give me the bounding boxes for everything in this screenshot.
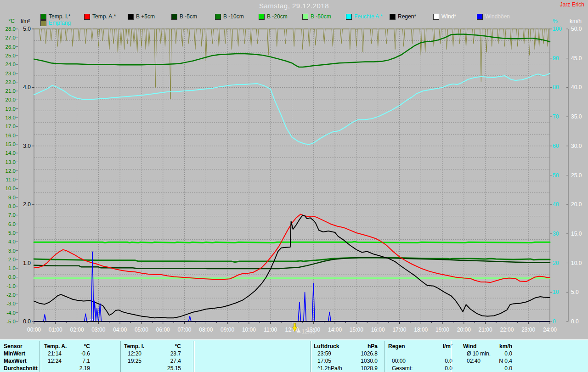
stats-bar: SensorMinWertMaxWertDurchschnittTemp. A.… xyxy=(0,339,588,372)
time-axis-label: 07:00 xyxy=(178,327,192,333)
wind-axis-tick-label: 5.0 xyxy=(571,289,579,295)
temp-axis-tick-label: -3.0 xyxy=(6,301,16,306)
stats-measure-value: 1026.8 xyxy=(361,350,378,357)
time-axis-label: 21:00 xyxy=(479,327,492,333)
temp-axis-tick-label: 11.0 xyxy=(6,177,16,182)
stats-time-value: ^1.2hPa/h xyxy=(317,365,342,372)
humidity-axis-header: % xyxy=(553,18,558,24)
stats-measure-value: 27.4 xyxy=(170,358,181,364)
humidity-axis-tick-label: 40 xyxy=(553,201,559,208)
rain-axis-tick-label: 4.0 xyxy=(23,84,31,90)
time-axis-label: 11:00 xyxy=(264,327,277,333)
time-axis-label: 10:00 xyxy=(242,327,256,333)
humidity-axis-tick-label: 70 xyxy=(553,113,559,120)
stats-measure-value: 25.15 xyxy=(167,365,181,372)
time-axis-label: 02:00 xyxy=(70,327,84,333)
stats-column-unit: °C xyxy=(175,343,181,349)
marker-time-label: 12:09 xyxy=(302,328,316,335)
temp-axis-tick-label: 9.0 xyxy=(8,195,16,200)
stats-separator xyxy=(40,341,41,372)
stats-separator xyxy=(384,341,386,372)
temp-axis-tick-label: 28.0 xyxy=(6,26,16,32)
stats-measure-value: 0.0 xyxy=(504,365,512,372)
temp-axis-tick-label: 5.0 xyxy=(8,230,16,236)
rain-axis-tick-label: 0.0 xyxy=(23,318,31,325)
humidity-axis-tick-label: 100 xyxy=(553,26,562,32)
temp-axis-tick-label: 16.0 xyxy=(6,133,16,138)
stats-separator xyxy=(193,341,195,372)
stats-time-value: 19:25 xyxy=(128,358,141,364)
temp-axis-tick-label: 8.0 xyxy=(8,203,16,209)
stats-time-value: Ø 10 min. xyxy=(467,350,491,357)
time-axis-label: 23:00 xyxy=(521,327,535,333)
temp-axis-tick-label: -2.0 xyxy=(6,292,16,298)
temp-axis-tick-label: 23.0 xyxy=(6,71,16,76)
wind-axis-tick-label: 50.0 xyxy=(571,26,582,32)
time-axis-label: 20:00 xyxy=(457,327,471,333)
wind-axis-tick-label: 40.0 xyxy=(571,84,582,90)
stats-measure-value: 0.0 xyxy=(504,350,512,357)
stats-time-value: 21:14 xyxy=(48,350,62,357)
rain-axis-header: l/m² xyxy=(21,18,30,24)
stats-measure-value: -0.6 xyxy=(80,350,90,357)
temp-axis-tick-label: 26.0 xyxy=(6,44,16,50)
rain-axis-tick-label: 2.0 xyxy=(23,201,31,208)
time-axis-label: 03:00 xyxy=(91,327,105,333)
time-axis-label: 22:00 xyxy=(500,327,514,333)
stats-time-value: 12:24 xyxy=(48,358,62,364)
humidity-axis-tick-label: 30 xyxy=(553,231,559,237)
stats-column-name: Wind xyxy=(463,343,476,349)
stats-column-unit: °C xyxy=(84,343,90,349)
weather-chart-plot[interactable]: 28.027.026.025.024.023.022.021.020.019.0… xyxy=(0,0,588,339)
temp-axis-tick-label: 15.0 xyxy=(6,141,16,147)
temp-axis-tick-label: -1.0 xyxy=(6,283,16,289)
series-b-20cm xyxy=(34,242,550,242)
stats-time-value: 17:05 xyxy=(317,358,331,364)
time-axis-label: 16:00 xyxy=(371,327,385,333)
stats-row-label: Durchschnitt xyxy=(4,365,38,372)
wind-axis-tick-label: 10.0 xyxy=(571,260,582,266)
time-axis-label: 09:00 xyxy=(220,327,234,333)
wind-axis-header: km/h xyxy=(570,18,582,24)
series-b-10cm xyxy=(34,258,550,262)
time-axis-label: 06:00 xyxy=(156,327,170,333)
wind-axis-tick-label: 30.0 xyxy=(571,143,582,149)
stats-column-name: Temp. A. xyxy=(44,343,67,349)
rain-axis-tick-label: 5.0 xyxy=(23,26,31,32)
stats-time-value: 12:20 xyxy=(128,350,141,357)
temp-axis-header: °C xyxy=(9,18,15,24)
time-axis-label: 00:00 xyxy=(27,327,41,333)
temp-axis-tick-label: -5.0 xyxy=(6,319,16,324)
rain-axis-tick-label: 1.0 xyxy=(23,260,31,266)
stats-column-name: Regen xyxy=(388,343,405,349)
temp-axis-tick-label: 4.0 xyxy=(8,239,16,244)
stats-row-label: MinWert xyxy=(4,350,25,357)
stats-time-value: 00:00 xyxy=(392,358,406,364)
temp-axis-tick-label: 18.0 xyxy=(6,115,16,120)
wind-axis-tick-label: 45.0 xyxy=(571,55,582,62)
temp-axis-tick-label: 27.0 xyxy=(6,35,16,40)
temp-axis-tick-label: 22.0 xyxy=(6,79,16,85)
time-cursor-marker[interactable]: 12:09 xyxy=(293,323,316,335)
time-axis-label: 24:00 xyxy=(543,327,557,333)
wind-axis-tick-label: 20.0 xyxy=(571,201,582,208)
stats-time-value: 23:59 xyxy=(317,350,331,357)
humidity-axis-tick-label: 80 xyxy=(553,84,559,90)
stats-time-value: 02:40 xyxy=(467,358,481,364)
temp-axis-tick-label: 7.0 xyxy=(8,212,16,218)
stats-separator xyxy=(310,341,312,372)
time-axis-label: 18:00 xyxy=(414,327,428,333)
humidity-axis-tick-label: 0 xyxy=(553,318,556,325)
stats-time-value: Gesamt: xyxy=(392,365,413,372)
time-axis-label: 04:00 xyxy=(113,327,127,333)
humidity-axis-tick-label: 90 xyxy=(553,55,559,62)
temp-axis-tick-label: 3.0 xyxy=(8,248,16,254)
temp-axis-tick-label: 20.0 xyxy=(6,97,16,102)
temp-axis-tick-label: 17.0 xyxy=(6,124,16,129)
stats-measure-value: 1030.0 xyxy=(361,358,378,364)
stats-measure-value: 23.7 xyxy=(170,350,181,357)
stats-column-name: Temp. I. xyxy=(124,343,144,349)
stats-separator xyxy=(450,341,452,372)
rain-axis-tick-label: 3.0 xyxy=(23,143,31,149)
time-axis-label: 01:00 xyxy=(49,327,62,333)
